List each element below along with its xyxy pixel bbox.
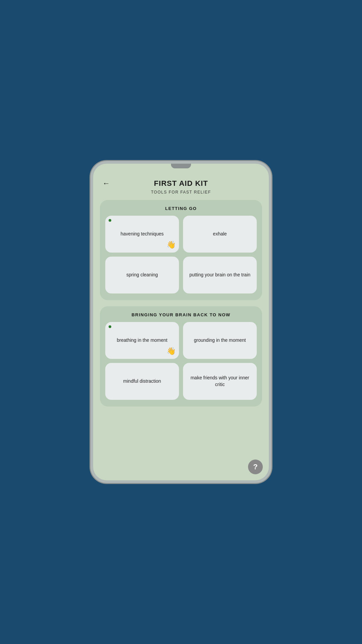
screen: ← FIRST AID KIT TOOLS FOR FAST RELIEF LE…: [93, 164, 269, 480]
card-brain-train[interactable]: putting your brain on the train: [183, 257, 257, 293]
help-button[interactable]: ?: [248, 460, 263, 474]
page-title: FIRST AID KIT: [154, 179, 208, 188]
card-exhale[interactable]: exhale: [183, 216, 257, 253]
page-subtitle: TOOLS FOR FAST RELIEF: [100, 190, 262, 195]
card-label: spring cleaning: [126, 272, 158, 278]
back-button[interactable]: ←: [100, 178, 113, 189]
section-title-brain-back: BRINGING YOUR BRAIN BACK TO NOW: [105, 312, 257, 317]
card-inner-critic[interactable]: make friends with your inner critic: [183, 363, 257, 400]
card-havening[interactable]: havening techniques 👋: [105, 216, 179, 253]
card-label: putting your brain on the train: [189, 272, 250, 278]
section-letting-go: LETTING GO havening techniques 👋 exhale …: [100, 200, 262, 300]
section-title-letting-go: LETTING GO: [105, 206, 257, 211]
card-breathing[interactable]: breathing in the moment 👋: [105, 322, 179, 359]
card-spring-cleaning[interactable]: spring cleaning: [105, 257, 179, 293]
card-label: make friends with your inner critic: [188, 375, 252, 388]
phone-frame: ← FIRST AID KIT TOOLS FOR FAST RELIEF LE…: [90, 161, 272, 483]
card-label: mindful distraction: [123, 378, 161, 385]
header: ← FIRST AID KIT: [100, 179, 262, 188]
hand-icon: 👋: [167, 240, 176, 249]
dot-indicator: [109, 219, 111, 222]
card-label: grounding in the moment: [194, 337, 246, 344]
section-brain-back: BRINGING YOUR BRAIN BACK TO NOW breathin…: [100, 306, 262, 407]
card-label: exhale: [213, 231, 227, 237]
card-grounding[interactable]: grounding in the moment: [183, 322, 257, 359]
card-mindful[interactable]: mindful distraction: [105, 363, 179, 400]
card-label: breathing in the moment: [117, 337, 168, 344]
phone-notch: [171, 164, 191, 168]
hand-icon: 👋: [167, 347, 176, 356]
dot-indicator: [109, 325, 111, 328]
brain-back-grid: breathing in the moment 👋 grounding in t…: [105, 322, 257, 400]
letting-go-grid: havening techniques 👋 exhale spring clea…: [105, 216, 257, 293]
card-label: havening techniques: [121, 231, 164, 237]
